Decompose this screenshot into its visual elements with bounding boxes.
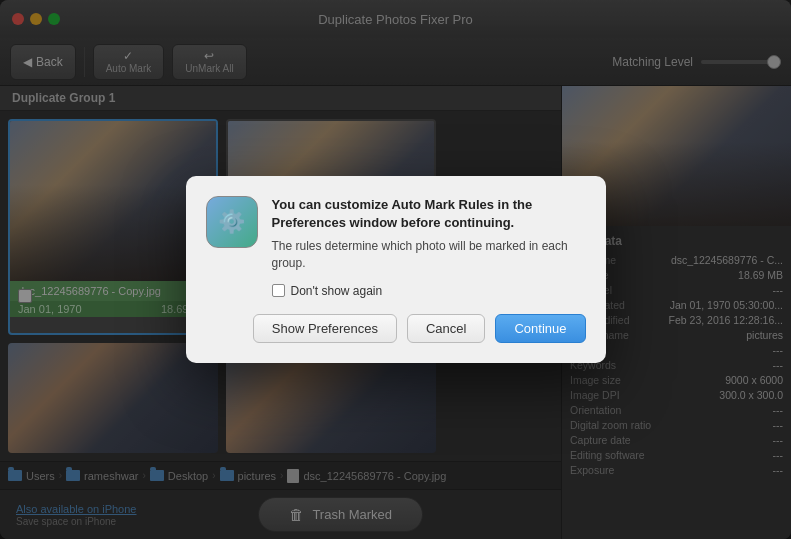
modal-buttons: Show Preferences Cancel Continue: [206, 314, 586, 343]
modal-checkbox-row: Don't show again: [272, 284, 586, 298]
modal-dialog: ⚙️ You can customize Auto Mark Rules in …: [186, 176, 606, 363]
dont-show-label: Don't show again: [291, 284, 383, 298]
modal-header: ⚙️ You can customize Auto Mark Rules in …: [206, 196, 586, 272]
modal-text-block: You can customize Auto Mark Rules in the…: [272, 196, 586, 272]
modal-app-icon: ⚙️: [206, 196, 258, 248]
dont-show-checkbox[interactable]: [272, 284, 285, 297]
modal-body: The rules determine which photo will be …: [272, 238, 586, 272]
modal-overlay: ⚙️ You can customize Auto Mark Rules in …: [0, 0, 791, 539]
continue-button[interactable]: Continue: [495, 314, 585, 343]
modal-title: You can customize Auto Mark Rules in the…: [272, 196, 586, 232]
modal-icon-glyph: ⚙️: [218, 209, 245, 235]
cancel-button[interactable]: Cancel: [407, 314, 485, 343]
show-preferences-button[interactable]: Show Preferences: [253, 314, 397, 343]
